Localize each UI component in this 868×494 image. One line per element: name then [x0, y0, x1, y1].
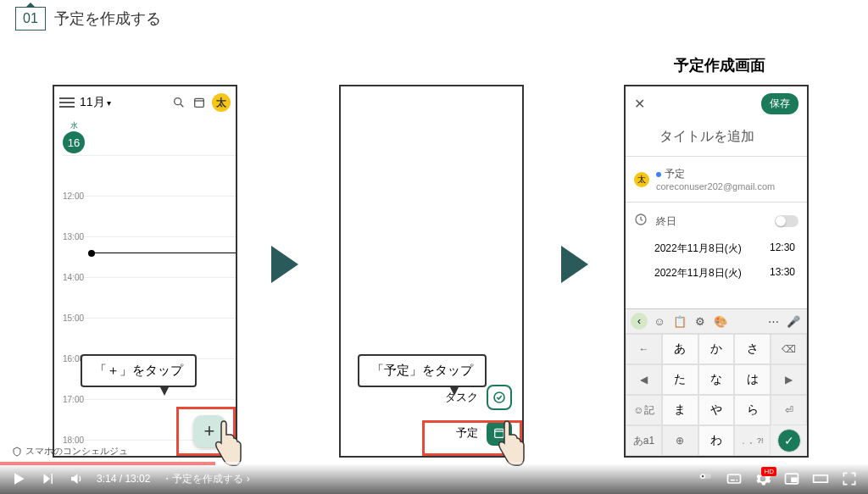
time-label: 15:00 — [63, 314, 88, 323]
tooltip-tap-event: 「予定」をタップ — [358, 354, 487, 387]
date-header: 水 16 — [54, 119, 236, 155]
svg-rect-2 — [195, 98, 204, 107]
video-controls: 3:14 / 13:02 ・予定を作成する › HD — [0, 463, 868, 494]
channel-name: スマホのコンシェルジュ — [12, 445, 128, 458]
phone-menu-view: タスク 予定 — [339, 85, 524, 458]
end-date: 2022年11月8日(火) — [654, 266, 742, 280]
now-indicator-line — [92, 253, 236, 253]
kb-mode[interactable]: あa1 — [626, 425, 662, 456]
calendar-label: 予定 — [665, 168, 685, 180]
kb-key[interactable]: わ — [698, 425, 735, 456]
avatar: 太 — [634, 172, 649, 187]
tooltip-tap-plus: 「＋」をタップ — [81, 354, 197, 387]
svg-point-0 — [175, 98, 181, 105]
time-label: 14:00 — [63, 273, 88, 282]
kb-key[interactable]: ▶ — [771, 364, 807, 395]
account-email: coreconuser202@gmail.com — [656, 181, 775, 191]
menu-icon[interactable] — [59, 97, 75, 108]
time-label: 18:00 — [63, 436, 88, 445]
chapter-title[interactable]: ・予定を作成する › — [162, 472, 249, 486]
kb-key[interactable]: な — [698, 364, 735, 395]
arrow-icon — [561, 246, 588, 283]
today-icon[interactable] — [192, 95, 207, 110]
kb-key[interactable]: や — [698, 395, 735, 425]
phone-calendar-view: 11月 太 水 16 12:00 13:00 14:00 15:00 16:00 — [53, 85, 237, 458]
autoplay-toggle[interactable] — [697, 470, 714, 487]
kb-key[interactable]: ← — [626, 334, 662, 364]
play-button[interactable] — [10, 470, 27, 487]
now-indicator-dot — [88, 250, 95, 257]
kb-key[interactable]: は — [734, 364, 771, 395]
kb-mic-icon[interactable]: 🎤 — [785, 313, 802, 330]
start-date: 2022年11月8日(火) — [654, 241, 742, 256]
kb-key[interactable]: さ — [734, 334, 771, 364]
kb-key[interactable]: ら — [734, 395, 771, 425]
ime-keyboard: ‹ ☺ 📋 ⚙ 🎨 ⋯ 🎤 ← あ か さ ⌫ ◀ た な は ▶ ☺記 — [626, 308, 807, 456]
task-icon — [487, 385, 512, 410]
time-display: 3:14 / 13:02 — [97, 473, 150, 485]
avatar[interactable]: 太 — [212, 93, 231, 112]
theater-button[interactable] — [812, 470, 829, 487]
kb-key[interactable]: ⊕ — [662, 425, 698, 456]
clock-icon — [634, 213, 648, 230]
start-datetime[interactable]: 2022年11月8日(火) 12:30 — [626, 236, 807, 261]
svg-rect-15 — [792, 478, 797, 481]
time-label: 12:00 — [63, 191, 88, 201]
time-label: 13:00 — [63, 232, 88, 241]
arrow-icon — [271, 246, 298, 283]
month-dropdown[interactable]: 11月 — [80, 95, 166, 110]
save-button[interactable]: 保存 — [761, 93, 798, 114]
svg-line-1 — [181, 104, 183, 107]
time-label: 17:00 — [63, 395, 88, 404]
video-content: 01 予定を作成する 予定作成画面 11月 太 水 16 12:00 — [0, 0, 868, 464]
svg-rect-10 — [702, 475, 704, 477]
section-title: 予定を作成する — [54, 8, 161, 29]
next-button[interactable] — [39, 470, 56, 487]
kb-palette-icon[interactable]: 🎨 — [712, 313, 729, 330]
settings-button[interactable]: HD — [754, 470, 771, 487]
calendar-color-dot — [656, 172, 661, 177]
svg-rect-11 — [728, 475, 741, 483]
phone-create-event: ✕ 保存 タイトルを追加 太 予定 coreconuser202@gmail.c… — [624, 85, 809, 458]
kb-backspace[interactable]: ⌫ — [771, 334, 807, 364]
keyboard-toolbar: ‹ ☺ 📋 ⚙ 🎨 ⋯ 🎤 — [626, 309, 807, 334]
keyboard-grid: ← あ か さ ⌫ ◀ た な は ▶ ☺記 ま や ら ⏎ あa1 ⊕ わ 、… — [626, 334, 807, 456]
kb-enter[interactable]: ✓ — [777, 429, 801, 452]
kb-key[interactable]: ◀ — [626, 364, 662, 395]
miniplayer-button[interactable] — [783, 470, 800, 487]
close-icon[interactable]: ✕ — [634, 96, 645, 112]
hd-badge: HD — [761, 467, 776, 476]
create-screen-title: 予定作成画面 — [674, 55, 765, 75]
section-header: 01 予定を作成する — [15, 7, 161, 31]
date-number: 16 — [63, 131, 85, 153]
end-datetime[interactable]: 2022年11月8日(火) 13:30 — [626, 261, 807, 286]
kb-key[interactable]: あ — [662, 334, 698, 364]
kb-clipboard-icon[interactable]: 📋 — [671, 313, 688, 330]
start-time: 12:30 — [770, 241, 795, 256]
svg-rect-16 — [814, 475, 828, 482]
kb-back-icon[interactable]: ‹ — [631, 313, 648, 330]
kb-emoji[interactable]: ☺記 — [626, 395, 662, 425]
section-number-badge: 01 — [15, 7, 46, 31]
kb-key[interactable]: ま — [662, 395, 698, 425]
allday-toggle[interactable] — [775, 215, 798, 227]
end-time: 13:30 — [770, 266, 795, 280]
allday-label: 終日 — [656, 214, 676, 229]
volume-button[interactable] — [68, 470, 85, 487]
fullscreen-button[interactable] — [841, 470, 858, 487]
search-icon[interactable] — [171, 95, 186, 110]
calendar-topbar: 11月 太 — [54, 86, 236, 119]
kb-more-icon[interactable]: ⋯ — [765, 313, 782, 330]
captions-button[interactable] — [726, 470, 743, 487]
kb-key[interactable]: ⏎ — [771, 395, 807, 425]
kb-sticker-icon[interactable]: ☺ — [651, 313, 668, 330]
title-input[interactable]: タイトルを追加 — [634, 128, 754, 146]
kb-key[interactable]: か — [698, 334, 735, 364]
kb-punct[interactable]: 、。?! — [734, 425, 771, 456]
kb-settings-icon[interactable]: ⚙ — [692, 313, 709, 330]
day-of-week: 水 — [61, 120, 86, 131]
kb-key[interactable]: た — [662, 364, 698, 395]
